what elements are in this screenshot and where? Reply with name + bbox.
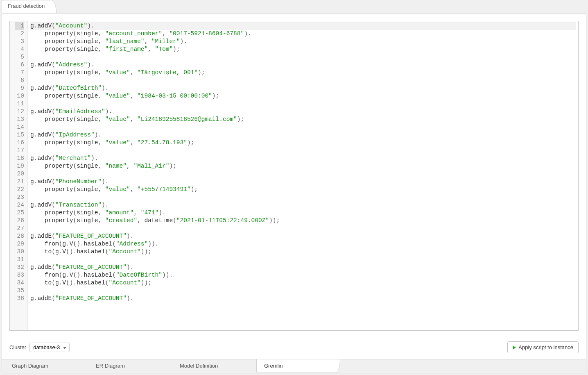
code-line[interactable] — [30, 170, 576, 178]
line-number: 31 — [15, 256, 24, 264]
code-line[interactable]: g.addE("FEATURE_OF_ACCOUNT"). — [30, 232, 576, 240]
top-tab-fraud-detection[interactable]: Fraud detection — [2, 0, 57, 13]
code-line[interactable] — [30, 256, 576, 264]
top-tab-bar: Fraud detection — [0, 0, 588, 13]
code-line[interactable]: property(single, "value", "27.54.78.193"… — [30, 139, 576, 147]
code-line[interactable]: from(g.V().hasLabel("Address")). — [30, 240, 576, 248]
top-tab-label: Fraud detection — [8, 3, 45, 9]
cluster-label: Cluster — [9, 344, 26, 350]
line-number: 33 — [15, 271, 24, 279]
line-number: 29 — [15, 240, 24, 248]
code-line[interactable]: g.addE("FEATURE_OF_ACCOUNT"). — [30, 295, 576, 302]
apply-script-label: Apply script to instance — [518, 344, 573, 350]
code-line[interactable]: property(single, "first_name", "Tom"); — [30, 45, 576, 53]
code-line[interactable]: to(g.V().hasLabel("Account")); — [30, 279, 576, 287]
line-number: 24 — [15, 201, 24, 209]
cluster-select[interactable]: database-3 — [29, 343, 70, 352]
line-number: 26 — [15, 217, 24, 225]
line-number: 7 — [15, 69, 24, 77]
code-line[interactable] — [30, 193, 576, 201]
code-line[interactable]: property(single, "amount", "471"). — [30, 209, 576, 217]
line-number: 10 — [15, 92, 24, 100]
line-number: 14 — [15, 123, 24, 131]
code-line[interactable]: property(single, "value", "1984-03-15 00… — [30, 92, 576, 100]
code-line[interactable]: g.addV("DateOfBirth"). — [30, 84, 576, 92]
code-line[interactable] — [30, 123, 576, 131]
code-line[interactable] — [30, 147, 576, 155]
play-icon — [513, 345, 516, 350]
line-number: 19 — [15, 162, 24, 170]
line-number: 5 — [15, 53, 24, 61]
code-line[interactable]: property(single, "value", "Li24189255818… — [30, 116, 576, 123]
code-line[interactable]: g.addV("PhoneNumber"). — [30, 178, 576, 186]
apply-script-button[interactable]: Apply script to instance — [507, 341, 579, 353]
code-line[interactable]: property(single, "value", "Târgoviște, 0… — [30, 69, 576, 77]
bottom-tab-model-definition[interactable]: Model Definition — [172, 359, 256, 373]
line-number: 35 — [15, 287, 24, 295]
line-number-gutter: 1234567891011121314151617181920212223242… — [10, 21, 28, 330]
line-number: 9 — [15, 84, 24, 92]
line-number: 27 — [15, 225, 24, 232]
line-number: 30 — [15, 248, 24, 256]
cluster-select-wrap: database-3 — [29, 343, 70, 352]
code-line[interactable]: property(single, "name", "Mali_Air"); — [30, 162, 576, 170]
line-number: 25 — [15, 209, 24, 217]
code-line[interactable]: g.addV("IpAddress"). — [30, 131, 576, 139]
code-line[interactable] — [30, 53, 576, 61]
line-number: 13 — [15, 116, 24, 123]
code-line[interactable]: property(single, "created", datetime("20… — [30, 217, 576, 225]
code-line[interactable]: g.addV("EmailAddress"). — [30, 108, 576, 116]
bottom-tab-bar: Graph DiagramER DiagramModel DefinitionG… — [2, 359, 586, 373]
code-editor[interactable]: 1234567891011121314151617181920212223242… — [9, 21, 579, 331]
line-number: 28 — [15, 232, 24, 240]
line-number: 12 — [15, 108, 24, 116]
code-line[interactable] — [30, 225, 576, 232]
code-line[interactable] — [30, 100, 576, 108]
bottom-tab-gremlin[interactable]: Gremlin — [256, 359, 340, 373]
line-number: 3 — [15, 38, 24, 45]
code-line[interactable] — [30, 77, 576, 84]
bottom-tab-er-diagram[interactable]: ER Diagram — [88, 359, 172, 373]
code-line[interactable]: g.addV("Address"). — [30, 61, 576, 69]
line-number: 8 — [15, 77, 24, 84]
code-line[interactable] — [30, 287, 576, 295]
line-number: 6 — [15, 61, 24, 69]
footer-bar: Cluster database-3 Apply script to insta… — [2, 338, 586, 359]
code-line[interactable]: g.addE("FEATURE_OF_ACCOUNT"). — [30, 264, 576, 271]
line-number: 32 — [15, 264, 24, 271]
main-panel: 1234567891011121314151617181920212223242… — [2, 13, 586, 373]
code-line[interactable]: g.addV("Account"). — [30, 22, 576, 30]
line-number: 22 — [15, 186, 24, 193]
line-number: 15 — [15, 131, 24, 139]
line-number: 1 — [15, 22, 24, 30]
code-line[interactable]: g.addV("Merchant"). — [30, 155, 576, 162]
line-number: 18 — [15, 155, 24, 162]
line-number: 4 — [15, 45, 24, 53]
code-line[interactable]: g.addV("Transaction"). — [30, 201, 576, 209]
code-line[interactable]: to(g.V().hasLabel("Account")); — [30, 248, 576, 256]
code-line[interactable]: from(g.V().hasLabel("DateOfBirth")). — [30, 271, 576, 279]
code-line[interactable]: property(single, "value", "+555771493491… — [30, 186, 576, 193]
line-number: 17 — [15, 147, 24, 155]
code-text-area[interactable]: g.addV("Account"). property(single, "acc… — [28, 21, 578, 330]
line-number: 20 — [15, 170, 24, 178]
line-number: 36 — [15, 295, 24, 302]
line-number: 2 — [15, 30, 24, 38]
line-number: 16 — [15, 139, 24, 147]
code-line[interactable]: property(single, "last_name", "Miller"). — [30, 38, 576, 45]
line-number: 34 — [15, 279, 24, 287]
app-container: Fraud detection 123456789101112131415161… — [0, 0, 588, 375]
line-number: 23 — [15, 193, 24, 201]
line-number: 21 — [15, 178, 24, 186]
bottom-tab-graph-diagram[interactable]: Graph Diagram — [5, 359, 88, 373]
line-number: 11 — [15, 100, 24, 108]
code-line[interactable]: property(single, "account_number", "0017… — [30, 30, 576, 38]
